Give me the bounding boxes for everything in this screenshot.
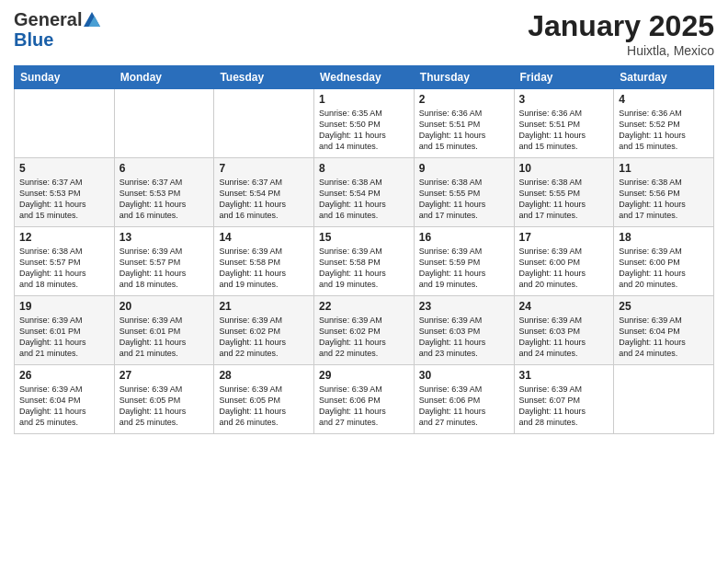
- calendar-cell: [15, 89, 115, 158]
- day-info: Sunrise: 6:36 AM Sunset: 5:51 PM Dayligh…: [519, 108, 609, 153]
- day-number: 24: [519, 300, 609, 313]
- logo-icon: [84, 11, 100, 28]
- day-number: 13: [119, 231, 210, 244]
- calendar-table: Sunday Monday Tuesday Wednesday Thursday…: [14, 65, 714, 434]
- col-wednesday: Wednesday: [314, 66, 415, 89]
- calendar-cell: 17Sunrise: 6:39 AM Sunset: 6:00 PM Dayli…: [514, 227, 614, 296]
- day-info: Sunrise: 6:39 AM Sunset: 6:07 PM Dayligh…: [519, 384, 609, 429]
- day-number: 27: [119, 369, 210, 382]
- calendar-cell: 3Sunrise: 6:36 AM Sunset: 5:51 PM Daylig…: [514, 89, 614, 158]
- day-number: 5: [19, 162, 109, 175]
- calendar-cell: 21Sunrise: 6:39 AM Sunset: 6:02 PM Dayli…: [214, 296, 314, 365]
- day-number: 4: [619, 93, 709, 106]
- day-info: Sunrise: 6:39 AM Sunset: 6:03 PM Dayligh…: [519, 315, 609, 360]
- calendar-cell: 15Sunrise: 6:39 AM Sunset: 5:58 PM Dayli…: [314, 227, 415, 296]
- day-number: 1: [319, 93, 409, 106]
- calendar-cell: 20Sunrise: 6:39 AM Sunset: 6:01 PM Dayli…: [114, 296, 214, 365]
- day-info: Sunrise: 6:39 AM Sunset: 6:01 PM Dayligh…: [19, 315, 109, 360]
- day-number: 16: [419, 231, 509, 244]
- day-number: 31: [519, 369, 609, 382]
- calendar-cell: [214, 89, 314, 158]
- day-info: Sunrise: 6:39 AM Sunset: 6:06 PM Dayligh…: [419, 384, 509, 429]
- day-number: 19: [19, 300, 109, 313]
- day-number: 25: [619, 300, 709, 313]
- location: Huixtla, Mexico: [528, 43, 714, 58]
- day-number: 11: [619, 162, 709, 175]
- day-number: 12: [19, 231, 109, 244]
- day-info: Sunrise: 6:39 AM Sunset: 6:00 PM Dayligh…: [519, 246, 609, 291]
- calendar-cell: 1Sunrise: 6:35 AM Sunset: 5:50 PM Daylig…: [314, 89, 415, 158]
- calendar-cell: 12Sunrise: 6:38 AM Sunset: 5:57 PM Dayli…: [15, 227, 115, 296]
- col-saturday: Saturday: [614, 66, 714, 89]
- day-info: Sunrise: 6:39 AM Sunset: 6:02 PM Dayligh…: [219, 315, 309, 360]
- day-info: Sunrise: 6:39 AM Sunset: 5:57 PM Dayligh…: [119, 246, 210, 291]
- day-info: Sunrise: 6:39 AM Sunset: 6:01 PM Dayligh…: [119, 315, 210, 360]
- day-number: 29: [319, 369, 409, 382]
- day-info: Sunrise: 6:38 AM Sunset: 5:57 PM Dayligh…: [19, 246, 109, 291]
- day-info: Sunrise: 6:39 AM Sunset: 6:05 PM Dayligh…: [219, 384, 309, 429]
- calendar-header-row: Sunday Monday Tuesday Wednesday Thursday…: [15, 66, 714, 89]
- day-number: 15: [319, 231, 409, 244]
- calendar-cell: 8Sunrise: 6:38 AM Sunset: 5:54 PM Daylig…: [314, 158, 415, 227]
- calendar-cell: 18Sunrise: 6:39 AM Sunset: 6:00 PM Dayli…: [614, 227, 714, 296]
- day-info: Sunrise: 6:39 AM Sunset: 6:06 PM Dayligh…: [319, 384, 409, 429]
- day-info: Sunrise: 6:39 AM Sunset: 6:05 PM Dayligh…: [119, 384, 210, 429]
- day-info: Sunrise: 6:39 AM Sunset: 6:04 PM Dayligh…: [619, 315, 709, 360]
- day-info: Sunrise: 6:38 AM Sunset: 5:54 PM Dayligh…: [319, 177, 409, 222]
- calendar-cell: 11Sunrise: 6:38 AM Sunset: 5:56 PM Dayli…: [614, 158, 714, 227]
- day-info: Sunrise: 6:39 AM Sunset: 5:58 PM Dayligh…: [319, 246, 409, 291]
- day-number: 26: [19, 369, 109, 382]
- day-number: 9: [419, 162, 509, 175]
- day-number: 18: [619, 231, 709, 244]
- day-info: Sunrise: 6:35 AM Sunset: 5:50 PM Dayligh…: [319, 108, 409, 153]
- day-number: 21: [219, 300, 309, 313]
- calendar-week-3: 12Sunrise: 6:38 AM Sunset: 5:57 PM Dayli…: [15, 227, 714, 296]
- day-info: Sunrise: 6:38 AM Sunset: 5:55 PM Dayligh…: [419, 177, 509, 222]
- day-number: 8: [319, 162, 409, 175]
- col-thursday: Thursday: [414, 66, 514, 89]
- calendar-cell: 22Sunrise: 6:39 AM Sunset: 6:02 PM Dayli…: [314, 296, 415, 365]
- calendar-cell: 7Sunrise: 6:37 AM Sunset: 5:54 PM Daylig…: [214, 158, 314, 227]
- calendar-cell: 30Sunrise: 6:39 AM Sunset: 6:06 PM Dayli…: [414, 365, 514, 434]
- calendar-cell: 2Sunrise: 6:36 AM Sunset: 5:51 PM Daylig…: [414, 89, 514, 158]
- day-number: 23: [419, 300, 509, 313]
- calendar-cell: 10Sunrise: 6:38 AM Sunset: 5:55 PM Dayli…: [514, 158, 614, 227]
- day-info: Sunrise: 6:38 AM Sunset: 5:55 PM Dayligh…: [519, 177, 609, 222]
- day-info: Sunrise: 6:36 AM Sunset: 5:52 PM Dayligh…: [619, 108, 709, 153]
- month-title: January 2025: [528, 9, 714, 43]
- calendar-cell: 26Sunrise: 6:39 AM Sunset: 6:04 PM Dayli…: [15, 365, 115, 434]
- day-number: 7: [219, 162, 309, 175]
- day-info: Sunrise: 6:39 AM Sunset: 6:04 PM Dayligh…: [19, 384, 109, 429]
- day-number: 14: [219, 231, 309, 244]
- day-info: Sunrise: 6:39 AM Sunset: 6:02 PM Dayligh…: [319, 315, 409, 360]
- day-info: Sunrise: 6:37 AM Sunset: 5:53 PM Dayligh…: [19, 177, 109, 222]
- day-number: 28: [219, 369, 309, 382]
- day-info: Sunrise: 6:39 AM Sunset: 6:03 PM Dayligh…: [419, 315, 509, 360]
- col-friday: Friday: [514, 66, 614, 89]
- col-tuesday: Tuesday: [214, 66, 314, 89]
- calendar-cell: 6Sunrise: 6:37 AM Sunset: 5:53 PM Daylig…: [114, 158, 214, 227]
- day-number: 30: [419, 369, 509, 382]
- logo: General Blue: [14, 9, 100, 50]
- calendar-cell: 31Sunrise: 6:39 AM Sunset: 6:07 PM Dayli…: [514, 365, 614, 434]
- page-container: General Blue January 2025 Huixtla, Mexic…: [0, 0, 728, 443]
- calendar-cell: 27Sunrise: 6:39 AM Sunset: 6:05 PM Dayli…: [114, 365, 214, 434]
- day-number: 3: [519, 93, 609, 106]
- day-info: Sunrise: 6:37 AM Sunset: 5:53 PM Dayligh…: [119, 177, 210, 222]
- calendar-cell: 5Sunrise: 6:37 AM Sunset: 5:53 PM Daylig…: [15, 158, 115, 227]
- calendar-cell: 23Sunrise: 6:39 AM Sunset: 6:03 PM Dayli…: [414, 296, 514, 365]
- col-sunday: Sunday: [15, 66, 115, 89]
- calendar-week-1: 1Sunrise: 6:35 AM Sunset: 5:50 PM Daylig…: [15, 89, 714, 158]
- calendar-cell: 19Sunrise: 6:39 AM Sunset: 6:01 PM Dayli…: [15, 296, 115, 365]
- title-block: January 2025 Huixtla, Mexico: [528, 9, 714, 58]
- calendar-cell: 16Sunrise: 6:39 AM Sunset: 5:59 PM Dayli…: [414, 227, 514, 296]
- calendar-week-2: 5Sunrise: 6:37 AM Sunset: 5:53 PM Daylig…: [15, 158, 714, 227]
- col-monday: Monday: [114, 66, 214, 89]
- calendar-week-4: 19Sunrise: 6:39 AM Sunset: 6:01 PM Dayli…: [15, 296, 714, 365]
- day-info: Sunrise: 6:39 AM Sunset: 5:58 PM Dayligh…: [219, 246, 309, 291]
- calendar-cell: 24Sunrise: 6:39 AM Sunset: 6:03 PM Dayli…: [514, 296, 614, 365]
- calendar-cell: 9Sunrise: 6:38 AM Sunset: 5:55 PM Daylig…: [414, 158, 514, 227]
- day-info: Sunrise: 6:39 AM Sunset: 6:00 PM Dayligh…: [619, 246, 709, 291]
- calendar-cell: 13Sunrise: 6:39 AM Sunset: 5:57 PM Dayli…: [114, 227, 214, 296]
- calendar-cell: 4Sunrise: 6:36 AM Sunset: 5:52 PM Daylig…: [614, 89, 714, 158]
